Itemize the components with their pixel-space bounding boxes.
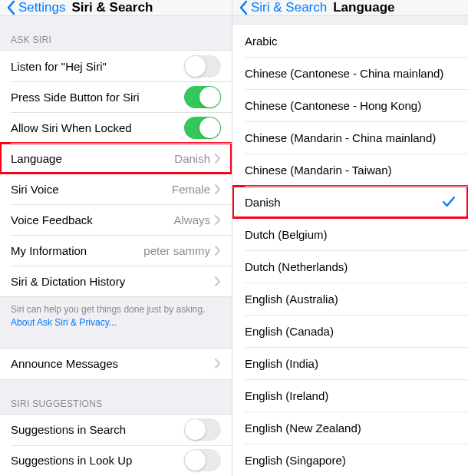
row-suggestions-lookup[interactable]: Suggestions in Look Up bbox=[0, 445, 232, 476]
language-label: Dutch (Belgium) bbox=[245, 228, 328, 241]
chevron-right-icon bbox=[215, 246, 221, 256]
language-label: Chinese (Cantonese - Hong Kong) bbox=[245, 99, 421, 112]
language-label: Arabic bbox=[245, 35, 278, 48]
row-label: Listen for "Hej Siri" bbox=[11, 60, 107, 73]
row-value: Female bbox=[172, 183, 210, 196]
privacy-link[interactable]: About Ask Siri & Privacy... bbox=[11, 317, 117, 328]
row-my-information[interactable]: My Information peter sammy bbox=[0, 235, 232, 266]
language-pane: Siri & Search Language ArabicChinese (Ca… bbox=[232, 0, 468, 476]
language-label: Chinese (Cantonese - China mainland) bbox=[245, 67, 443, 80]
row-label: Suggestions in Search bbox=[11, 423, 126, 436]
language-option[interactable]: English (Australia) bbox=[232, 283, 468, 315]
suggestions-group: Suggestions in Search Suggestions in Loo… bbox=[0, 414, 232, 476]
row-suggestions-search[interactable]: Suggestions in Search bbox=[0, 415, 232, 445]
row-value: Danish bbox=[174, 152, 210, 165]
checkmark-icon bbox=[442, 196, 456, 208]
row-announce-messages[interactable]: Announce Messages bbox=[0, 349, 232, 379]
chevron-right-icon bbox=[215, 276, 221, 286]
language-option[interactable]: Chinese (Cantonese - China mainland) bbox=[232, 57, 468, 89]
row-label: Language bbox=[11, 152, 62, 165]
language-label: English (Ireland) bbox=[245, 389, 328, 402]
language-label: English (New Zealand) bbox=[245, 421, 361, 435]
language-option[interactable]: Danish bbox=[232, 186, 468, 218]
language-option[interactable]: Chinese (Cantonese - Hong Kong) bbox=[232, 89, 468, 121]
page-title: Language bbox=[333, 0, 394, 15]
language-option[interactable]: English (Ireland) bbox=[232, 379, 468, 412]
row-value: peter sammy bbox=[143, 244, 210, 257]
chevron-right-icon bbox=[215, 154, 221, 164]
back-button[interactable]: Siri & Search bbox=[239, 0, 327, 15]
language-option[interactable]: Chinese (Mandarin - Taiwan) bbox=[232, 154, 468, 186]
announce-group: Announce Messages bbox=[0, 348, 232, 380]
chevron-right-icon bbox=[215, 215, 221, 225]
row-label: Press Side Button for Siri bbox=[11, 91, 140, 104]
toggle-side-button[interactable] bbox=[184, 86, 221, 108]
chevron-right-icon bbox=[215, 359, 221, 369]
language-option[interactable]: Dutch (Belgium) bbox=[232, 218, 468, 250]
row-language[interactable]: Language Danish bbox=[0, 143, 232, 174]
toggle-suggestions-lookup[interactable] bbox=[184, 449, 221, 471]
page-title: Siri & Search bbox=[71, 0, 153, 15]
language-label: Dutch (Netherlands) bbox=[245, 260, 348, 273]
siri-search-pane: Settings Siri & Search ASK SIRI Listen f… bbox=[0, 0, 232, 476]
language-label: English (Canada) bbox=[245, 325, 334, 338]
row-label: Voice Feedback bbox=[11, 213, 93, 226]
nav-bar: Settings Siri & Search bbox=[0, 0, 232, 16]
language-label: Chinese (Mandarin - China mainland) bbox=[245, 131, 436, 144]
spacer bbox=[232, 16, 468, 24]
ask-siri-header: ASK SIRI bbox=[0, 16, 232, 50]
back-chevron-icon bbox=[239, 0, 248, 15]
chevron-right-icon bbox=[215, 184, 221, 194]
row-siri-voice[interactable]: Siri Voice Female bbox=[0, 174, 232, 204]
language-option[interactable]: Chinese (Mandarin - China mainland) bbox=[232, 121, 468, 154]
row-locked[interactable]: Allow Siri When Locked bbox=[0, 112, 232, 143]
toggle-locked[interactable] bbox=[184, 117, 221, 139]
language-label: English (Singapore) bbox=[245, 454, 346, 467]
row-label: Siri & Dictation History bbox=[11, 275, 125, 288]
back-label: Siri & Search bbox=[251, 0, 327, 15]
language-option[interactable]: English (Canada) bbox=[232, 315, 468, 347]
language-label: Danish bbox=[245, 196, 281, 209]
toggle-listen[interactable] bbox=[184, 55, 221, 78]
language-list: ArabicChinese (Cantonese - China mainlan… bbox=[232, 24, 468, 476]
toggle-suggestions-search[interactable] bbox=[184, 418, 221, 441]
row-label: Allow Siri When Locked bbox=[11, 121, 132, 134]
back-label: Settings bbox=[18, 0, 65, 15]
siri-suggestions-header: SIRI SUGGESTIONS bbox=[0, 380, 232, 414]
language-option[interactable]: English (India) bbox=[232, 347, 468, 379]
language-option[interactable]: Arabic bbox=[232, 25, 468, 57]
language-label: Chinese (Mandarin - Taiwan) bbox=[245, 164, 391, 177]
row-value: Always bbox=[173, 213, 210, 226]
language-label: English (Australia) bbox=[245, 293, 338, 306]
ask-siri-group: Listen for "Hej Siri" Press Side Button … bbox=[0, 50, 232, 297]
nav-bar: Siri & Search Language bbox=[232, 0, 468, 16]
back-chevron-icon bbox=[6, 0, 15, 15]
row-label: Suggestions in Look Up bbox=[11, 454, 132, 467]
row-label: Siri Voice bbox=[11, 183, 59, 196]
row-listen[interactable]: Listen for "Hej Siri" bbox=[0, 51, 232, 81]
language-label: English (India) bbox=[245, 357, 318, 370]
footer-text: Siri can help you get things done just b… bbox=[11, 304, 206, 315]
row-history[interactable]: Siri & Dictation History bbox=[0, 266, 232, 296]
row-label: Announce Messages bbox=[11, 357, 118, 370]
language-option[interactable]: Dutch (Netherlands) bbox=[232, 250, 468, 283]
language-option[interactable]: English (New Zealand) bbox=[232, 412, 468, 444]
language-option[interactable]: English (Singapore) bbox=[232, 444, 468, 476]
back-button[interactable]: Settings bbox=[6, 0, 65, 15]
row-voice-feedback[interactable]: Voice Feedback Always bbox=[0, 204, 232, 235]
row-label: My Information bbox=[11, 244, 87, 257]
ask-siri-footer: Siri can help you get things done just b… bbox=[0, 297, 232, 339]
row-side-button[interactable]: Press Side Button for Siri bbox=[0, 81, 232, 112]
